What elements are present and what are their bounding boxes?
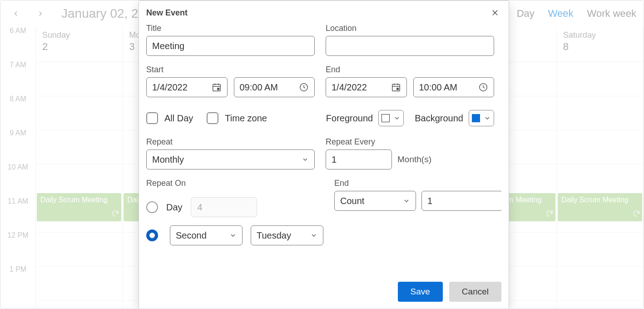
time-slot: 6 AM	[0, 27, 35, 61]
clock-icon	[478, 82, 488, 92]
repeat-every-unit: Month(s)	[397, 154, 431, 164]
timezone-label: Time zone	[225, 113, 267, 124]
weekday-select[interactable]: Tuesday	[251, 225, 323, 245]
ordinal-select[interactable]: Second	[170, 225, 243, 245]
chevron-down-icon	[302, 156, 309, 163]
start-date-value: 1/4/2022	[152, 82, 188, 93]
end-date-input[interactable]: 1/4/2022	[326, 77, 407, 97]
svg-rect-6	[217, 88, 219, 90]
end-time-input[interactable]: 10:00 AM	[413, 77, 495, 97]
foreground-label: Foreground	[326, 113, 373, 124]
calendar-icon	[391, 82, 401, 92]
repeat-on-day-label: Day	[166, 202, 183, 213]
time-slot: 11 AM	[0, 197, 35, 231]
end-type-label: End	[334, 179, 501, 188]
location-label: Location	[326, 24, 494, 33]
chevron-down-icon	[310, 232, 317, 239]
timezone-checkbox[interactable]: Time zone	[207, 112, 267, 124]
time-gutter: 6 AM7 AM8 AM9 AM10 AM11 AM12 PM1 PM	[0, 27, 36, 309]
start-date-input[interactable]: 1/4/2022	[146, 77, 228, 97]
background-picker[interactable]	[469, 110, 494, 126]
time-slot: 8 AM	[0, 95, 35, 129]
svg-rect-12	[396, 88, 398, 90]
time-slot: 10 AM	[0, 163, 35, 197]
repeat-value: Monthly	[152, 154, 184, 165]
start-label: Start	[146, 65, 315, 75]
recurring-icon	[545, 209, 554, 219]
checkbox-icon	[207, 112, 218, 124]
new-event-dialog: New Event Title Meeting Location Start 1…	[139, 0, 509, 309]
title-input[interactable]: Meeting	[146, 36, 315, 56]
clock-icon	[299, 82, 309, 92]
allday-label: All Day	[164, 113, 193, 124]
allday-checkbox[interactable]: All Day	[146, 112, 193, 124]
chevron-down-icon	[484, 115, 491, 122]
cancel-label: Cancel	[462, 287, 489, 297]
background-label: Background	[415, 113, 463, 124]
end-count-input[interactable]: 1	[421, 191, 501, 211]
calendar-icon	[212, 82, 222, 92]
repeat-label: Repeat	[146, 137, 315, 147]
day-column: Saturday8Daily Scrum Meeting	[557, 27, 644, 309]
repeat-on-ordinal-radio[interactable]	[146, 229, 158, 241]
title-label: Title	[146, 24, 315, 33]
save-button[interactable]: Save	[398, 282, 443, 302]
end-count-value: 1	[427, 196, 432, 206]
day-number-input: 4	[191, 197, 257, 217]
weekday-value: Tuesday	[257, 230, 291, 241]
time-slot: 1 PM	[0, 265, 35, 299]
end-label: End	[326, 65, 494, 75]
color-swatch-white	[381, 114, 390, 122]
recurring-icon	[111, 209, 119, 219]
day-column: Sunday2Daily Scrum Meeting	[36, 27, 123, 309]
start-time-value: 09:00 AM	[240, 82, 278, 93]
cancel-button[interactable]: Cancel	[449, 282, 501, 302]
ordinal-value: Second	[176, 230, 207, 241]
tab-workweek[interactable]: Work week	[587, 8, 636, 20]
checkbox-icon	[146, 112, 158, 124]
save-label: Save	[411, 287, 430, 297]
chevron-down-icon	[229, 232, 237, 239]
time-slot: 9 AM	[0, 129, 35, 163]
title-value: Meeting	[152, 41, 184, 51]
time-slot: 7 AM	[0, 61, 35, 95]
close-button[interactable]	[489, 6, 501, 19]
repeat-every-value: 1	[332, 154, 337, 165]
repeat-select[interactable]: Monthly	[146, 150, 315, 169]
start-time-input[interactable]: 09:00 AM	[234, 77, 315, 97]
tab-day[interactable]: Day	[517, 8, 535, 20]
chevron-down-icon	[393, 115, 401, 122]
repeat-every-label: Repeat Every	[326, 137, 494, 147]
time-slot: 12 PM	[0, 231, 35, 265]
prev-icon[interactable]	[8, 5, 24, 22]
repeat-on-day-radio[interactable]	[146, 201, 158, 213]
dialog-heading: New Event	[146, 8, 188, 18]
color-swatch-blue	[472, 114, 480, 122]
calendar-event[interactable]: Daily Scrum Meeting	[37, 193, 121, 221]
repeat-every-input[interactable]: 1	[326, 150, 392, 169]
chevron-down-icon	[403, 197, 410, 204]
end-time-value: 10:00 AM	[419, 82, 458, 93]
day-number-value: 4	[198, 202, 203, 213]
location-input[interactable]	[326, 36, 494, 56]
close-icon	[491, 9, 499, 17]
end-type-value: Count	[340, 196, 364, 206]
recurring-icon	[632, 209, 640, 219]
next-icon[interactable]	[32, 5, 49, 22]
calendar-event[interactable]: Daily Scrum Meeting	[558, 193, 642, 221]
repeat-on-label: Repeat On	[146, 179, 323, 188]
end-type-select[interactable]: Count	[334, 191, 416, 211]
tab-week[interactable]: Week	[548, 8, 574, 20]
end-date-value: 1/4/2022	[332, 82, 367, 93]
foreground-picker[interactable]	[378, 110, 404, 126]
